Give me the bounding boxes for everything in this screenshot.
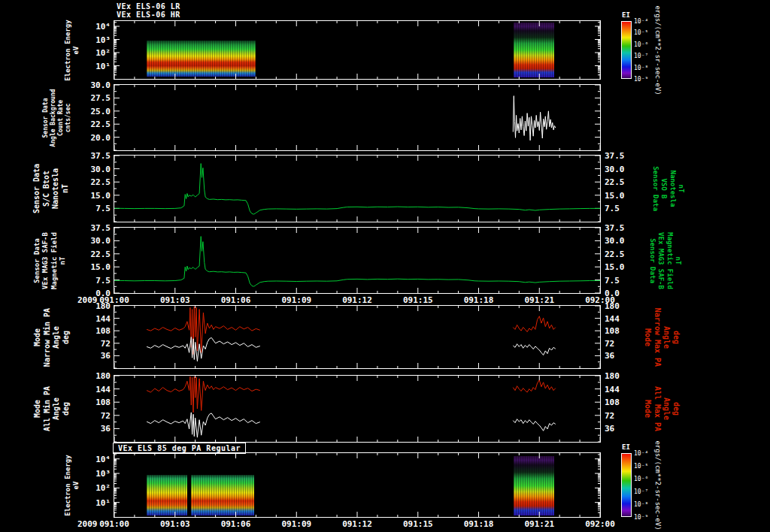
x-tick-label: 092:00 <box>585 519 615 529</box>
colorbar-tick-label: 10⁻⁹ <box>634 514 648 521</box>
x-tick-label: 091:21 <box>524 519 554 529</box>
colorbar-tick-label: 10⁻⁶ <box>634 476 648 482</box>
y-axis-label: Electron EnergyeV <box>64 455 81 515</box>
colorbar-tick-label: 10⁻⁷ <box>634 488 648 495</box>
x-tick-label: 091:09 <box>281 519 311 529</box>
x-tick-label: 091:06 <box>221 519 251 529</box>
survey-plot-page: VEx ELS-06 LR VEx ELS-06 HR VEx ELS 85 d… <box>0 0 770 532</box>
x-tick-label: 091:00 <box>99 519 129 529</box>
colorbar-tick-label: 10⁻⁵ <box>634 463 648 470</box>
year-label: 2009 <box>77 519 98 529</box>
y-tick-label: 10¹ <box>95 498 111 508</box>
y-tick-label: 10⁴ <box>95 455 111 464</box>
colorbar-tick-label: 10⁻⁴ <box>634 450 648 457</box>
y-tick-label: 10² <box>95 483 111 493</box>
colorbar <box>621 453 632 517</box>
y-tick-label: 10³ <box>95 469 111 479</box>
x-tick-label: 091:15 <box>403 519 433 529</box>
x-tick-label: 091:12 <box>342 519 372 529</box>
x-tick-label: 091:03 <box>160 519 190 529</box>
colorbar-units-label: ergs/(cm**2-sr-sec-eV) <box>653 440 661 530</box>
x-tick-label: 091:18 <box>464 519 494 529</box>
colorbar-title: EI <box>622 443 630 451</box>
colorbar-tick-label: 10⁻⁸ <box>634 501 648 508</box>
